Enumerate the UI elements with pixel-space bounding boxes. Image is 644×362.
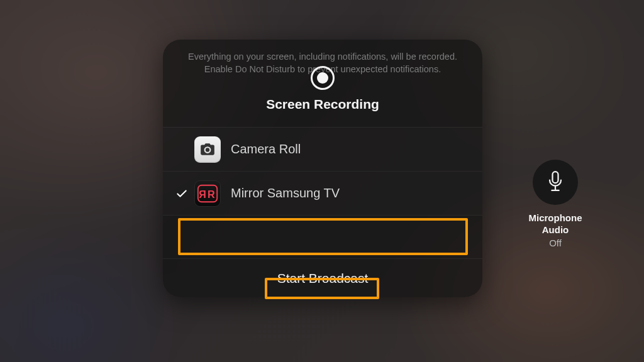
destination-label: Mirror Samsung TV: [231, 186, 340, 200]
destination-label: Camera Roll: [231, 142, 301, 156]
record-dot-icon: [317, 72, 328, 84]
checkmark-icon: [175, 187, 188, 200]
start-broadcast-button[interactable]: Start Broadcast: [163, 258, 482, 297]
camera-icon: [199, 141, 216, 158]
start-broadcast-label: Start Broadcast: [277, 271, 369, 286]
svg-text:R: R: [208, 188, 215, 199]
mirror-rr-icon: R R: [196, 182, 219, 206]
panel-header: Everything on your screen, including not…: [163, 40, 482, 118]
destination-list: Camera Roll R R: [163, 127, 482, 216]
screen-recording-panel: Everything on your screen, including not…: [163, 40, 482, 297]
selection-check: [172, 187, 192, 200]
svg-text:R: R: [199, 188, 206, 199]
svg-rect-3: [553, 172, 558, 183]
record-icon: [311, 66, 335, 90]
mirror-app-icon: R R: [194, 180, 221, 207]
microphone-toggle-button[interactable]: [533, 160, 578, 205]
microphone-title: Microphone Audio: [511, 212, 599, 236]
camera-roll-icon: [194, 136, 221, 163]
destination-camera-roll[interactable]: Camera Roll: [163, 128, 482, 172]
destination-mirror-samsung-tv[interactable]: R R Mirror Samsung TV: [163, 172, 482, 216]
panel-title: Screen Recording: [188, 97, 457, 112]
microphone-toggle-group: Microphone Audio Off: [511, 160, 599, 248]
stage: Everything on your screen, including not…: [0, 0, 644, 362]
microphone-icon: [547, 171, 564, 194]
microphone-state: Off: [511, 238, 599, 248]
